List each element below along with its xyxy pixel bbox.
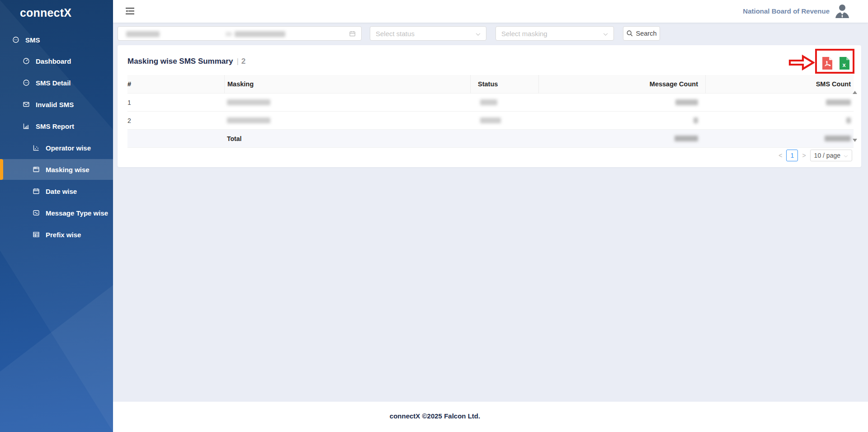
pagination-next-icon[interactable]: > (802, 150, 806, 161)
mail-icon (23, 101, 30, 108)
column-header-status: Status (470, 75, 538, 93)
redacted-masking-value (227, 117, 270, 123)
calendar-icon (33, 188, 40, 195)
redacted-status-value (480, 99, 497, 105)
total-label: Total (224, 135, 470, 142)
redacted-status-value (480, 117, 501, 123)
organization-name: National Board of Revenue (743, 7, 830, 15)
sidebar-item-label: Masking wise (46, 166, 90, 174)
sidebar-item-dashboard[interactable]: Dashboard (0, 51, 113, 71)
date-range-picker[interactable] (118, 26, 362, 41)
masking-select[interactable]: Select masking (495, 26, 614, 41)
search-button[interactable]: Search (623, 26, 660, 41)
sidebar-item-label: SMS Report (36, 122, 74, 130)
sidebar-item-invalid-sms[interactable]: Invalid SMS (0, 94, 113, 115)
redacted-sms-count (826, 99, 851, 105)
message-type-icon (33, 209, 40, 216)
calendar-icon (349, 30, 356, 38)
sidebar-item-sms-detail[interactable]: SMS Detail (0, 72, 113, 93)
sidebar-item-operator-wise[interactable]: Operator wise (0, 137, 113, 158)
masking-select-placeholder: Select masking (501, 30, 547, 38)
chat-bubble-icon (23, 79, 30, 86)
table-header-row: # Masking Status Message Count SMS Count (127, 75, 854, 94)
column-header-sms-count: SMS Count (705, 75, 854, 93)
column-header-masking: Masking (224, 75, 470, 93)
annotation-arrow (788, 54, 815, 71)
summary-count: 2 (241, 57, 245, 66)
sidebar-group-sms[interactable]: SMS (0, 29, 113, 50)
pagination: < 1 > 10 / page (778, 150, 852, 161)
page-title: Masking wise SMS Summary|2 (127, 57, 245, 66)
footer: connectX ©2025 Falcon Ltd. (113, 402, 868, 432)
summary-table: # Masking Status Message Count SMS Count… (127, 75, 854, 148)
sidebar-menu: SMS Dashboard SMS Detail (0, 0, 113, 432)
row-index: 2 (127, 117, 224, 124)
chevron-down-icon (844, 152, 848, 159)
pagination-prev-icon[interactable]: < (778, 150, 782, 161)
chevron-down-icon (476, 30, 481, 38)
sidebar-item-label: Message Type wise (46, 209, 108, 217)
redacted-masking-value (227, 99, 270, 105)
table-total-row: Total (127, 130, 854, 148)
chevron-down-icon (603, 30, 608, 38)
column-header-message-count: Message Count (538, 75, 705, 93)
search-button-label: Search (636, 30, 657, 37)
sidebar-item-date-wise[interactable]: Date wise (0, 181, 113, 202)
dot-chart-icon (33, 144, 40, 151)
redacted-date-separator (226, 32, 232, 36)
page-size-value: 10 / page (814, 152, 840, 159)
search-icon (627, 30, 633, 37)
summary-card: Masking wise SMS Summary|2 x # (118, 45, 861, 167)
page-size-select[interactable]: 10 / page (810, 150, 852, 161)
title-separator: | (236, 57, 238, 66)
redacted-total-sms-count (825, 136, 851, 141)
sidebar-item-label: SMS Detail (36, 79, 71, 87)
chat-bubble-icon (12, 36, 19, 43)
sidebar-item-label: Dashboard (36, 57, 71, 65)
masking-panel-icon (33, 166, 40, 173)
table-scroll-down-arrow[interactable] (853, 139, 857, 142)
sidebar-item-label: Operator wise (46, 144, 91, 152)
sidebar-item-prefix-wise[interactable]: Prefix wise (0, 224, 113, 245)
table-row: 2 (127, 112, 854, 130)
export-excel-icon[interactable]: x (839, 56, 850, 70)
export-pdf-icon[interactable] (821, 56, 833, 70)
footer-copyright: connectX ©2025 Falcon Ltd. (390, 412, 480, 420)
sidebar-item-label: Date wise (46, 188, 77, 195)
redacted-message-count (675, 99, 698, 105)
sidebar: connectX SMS Dashboard (0, 0, 113, 432)
active-item-indicator (0, 159, 3, 180)
row-index: 1 (127, 99, 224, 106)
status-select[interactable]: Select status (370, 26, 486, 41)
table-scroll-up-arrow[interactable] (853, 91, 857, 94)
sidebar-item-sms-report[interactable]: SMS Report (0, 116, 113, 136)
table-grid-icon (33, 231, 40, 238)
sidebar-item-masking-wise[interactable]: Masking wise (0, 159, 113, 180)
sidebar-item-label: Invalid SMS (36, 101, 74, 108)
menu-fold-icon[interactable] (126, 8, 134, 16)
svg-text:x: x (842, 61, 846, 68)
sidebar-item-message-type-wise[interactable]: Message Type wise (0, 202, 113, 223)
sidebar-item-label: Prefix wise (46, 231, 81, 239)
top-header: National Board of Revenue (113, 0, 868, 23)
table-row: 1 (127, 94, 854, 112)
pagination-page-1[interactable]: 1 (786, 150, 798, 161)
app-window: connectX SMS Dashboard (0, 0, 868, 432)
dashboard-gauge-icon (23, 57, 30, 65)
bar-chart-icon (23, 122, 30, 130)
redacted-message-count (693, 117, 698, 123)
user-avatar-icon[interactable] (834, 3, 851, 20)
redacted-end-date (235, 31, 285, 37)
redacted-start-date (126, 31, 160, 37)
status-select-placeholder: Select status (376, 30, 415, 38)
summary-title-text: Masking wise SMS Summary (127, 57, 233, 66)
redacted-sms-count (846, 117, 851, 123)
sidebar-group-label: SMS (25, 36, 40, 44)
redacted-total-message-count (675, 136, 698, 141)
column-header-index: # (127, 75, 224, 93)
